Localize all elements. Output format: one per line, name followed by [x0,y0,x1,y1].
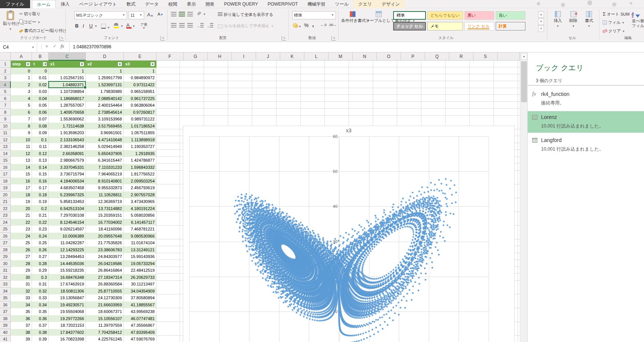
table-cell[interactable]: 32 [11,288,32,295]
align-bottom-button[interactable] [187,12,193,17]
table-cell[interactable]: 15.10556107 [86,315,124,322]
table-cell[interactable]: 17.67463919 [49,281,86,288]
table-cell[interactable]: 1.259917799 [86,74,124,81]
table-cell[interactable]: 0.01 [32,74,49,81]
row-header-8[interactable]: 8 [0,109,11,116]
table-cell[interactable]: 8 [11,123,32,130]
table-cell[interactable]: 0.14 [32,164,49,171]
format-as-table-button[interactable]: テーブルとして書式設定 ▼ [366,11,392,23]
fill-color-dropdown[interactable]: ▼ [120,25,123,28]
table-header-x1[interactable]: x1▼ [49,61,86,68]
row-header-30[interactable]: 30 [0,260,11,267]
scatter-chart[interactable]: x3 [183,126,515,342]
style-chip-check[interactable]: チェック セル [393,22,426,30]
table-cell[interactable]: 19.05733294 [124,260,156,267]
grow-font-button[interactable]: A▲ [147,12,153,17]
format-cells-button[interactable]: 書式▼ [582,11,596,28]
bold-button[interactable]: B [75,23,78,29]
table-cell[interactable]: 18.60067371 [86,308,124,315]
table-cell[interactable]: 0.22 [32,219,49,226]
table-cell[interactable]: 11.10528811 [86,191,124,199]
table-cell[interactable]: 16.70823398 [49,336,86,342]
table-cell[interactable]: 4 [11,95,32,102]
table-cell[interactable]: 16.77034002 [86,219,124,226]
table-cell[interactable]: 15.99143936 [124,253,156,260]
table-cell[interactable]: 1.057511855 [124,129,156,136]
table-cell[interactable]: 2.456793619 [124,184,156,191]
table-cell[interactable]: 29 [11,267,32,274]
column-header-H[interactable]: H [208,52,232,61]
style-chip-calc[interactable]: 計算 [496,22,525,30]
format-painter-button[interactable]: 書式のコピー/貼り付け [19,28,67,33]
table-cell[interactable]: 0.39 [32,336,49,342]
accounting-format-button[interactable]: ▼ [293,23,301,28]
table-cell[interactable]: 47.59076769 [124,336,156,342]
font-color-dropdown[interactable]: ▼ [132,25,135,28]
table-cell[interactable]: 0.09 [32,129,49,136]
table-cell[interactable]: 17.84377602 [49,329,86,336]
table-cell[interactable]: 30.11213497 [124,281,156,288]
row-header-23[interactable]: 23 [0,212,11,219]
number-format-select[interactable]: 標準▼ [292,11,336,19]
row-header-9[interactable]: 9 [0,116,11,123]
sort-filter-button[interactable]: AZ 並べ替えフィルター [632,12,644,28]
table-cell[interactable]: 1.79830989 [86,88,124,95]
table-cell[interactable]: 0.18 [32,191,49,199]
table-cell[interactable]: 0.984890972 [124,74,156,81]
ribbon-tab-数式[interactable]: 数式 [122,0,140,8]
row-header-14[interactable]: 14 [0,150,11,157]
column-header-K[interactable]: K [280,52,304,61]
style-chip-memo[interactable]: メモ [427,22,463,30]
table-cell[interactable]: 5.858133453 [49,198,86,205]
table-cell[interactable]: 0.27 [32,253,49,260]
table-cell[interactable]: 0.29 [32,267,49,274]
row-header-37[interactable]: 37 [0,308,11,315]
table-cell[interactable]: 15.20359151 [86,212,124,219]
font-color-button[interactable]: A [126,22,132,29]
table-cell[interactable]: 8.124546154 [49,219,86,226]
table-cell[interactable]: 0.24 [32,233,49,240]
filter-icon[interactable]: ▼ [26,62,30,67]
table-cell[interactable]: 1.72114638 [49,123,86,130]
table-cell[interactable]: 0.05 [32,102,49,109]
table-cell[interactable]: 2.66358091 [49,150,86,157]
table-cell[interactable]: 2 [11,81,32,88]
ribbon-tab-表示[interactable]: 表示 [182,0,201,8]
insert-function-icon[interactable]: fx [61,43,64,49]
table-cell[interactable]: 26.88360584 [86,281,124,288]
filter-icon[interactable]: ▼ [80,62,84,67]
style-chip-neutral[interactable]: どちらでもない [427,11,463,20]
alignment-dialog-launcher[interactable]: ↘ [282,36,286,41]
column-header-N[interactable]: N [353,52,377,61]
row-header-31[interactable]: 31 [0,267,11,274]
insert-cells-button[interactable]: 挿入▼ [551,11,565,28]
scroll-up-icon[interactable]: ▲ [521,53,527,60]
table-cell[interactable]: 23 [11,226,32,233]
table-cell[interactable]: 4.184006534 [49,178,86,185]
table-cell[interactable]: 1 [11,74,32,81]
table-cell[interactable]: 1 [124,68,156,75]
decrease-indent-button[interactable]: ← [197,23,204,28]
ribbon-tab-機械学習[interactable]: 機械学習 [302,0,330,8]
table-cell[interactable]: 0.28 [32,260,49,267]
table-cell[interactable]: 0.04 [32,95,49,102]
table-cell[interactable]: 1.012567191 [49,74,86,81]
row-header-38[interactable]: 38 [0,315,11,322]
row-header-24[interactable]: 24 [0,219,11,226]
table-cell[interactable]: 6 [11,109,32,116]
enter-icon[interactable]: ✓ [53,43,56,49]
column-header-F[interactable]: F [156,52,184,61]
table-cell[interactable]: 0.07 [32,116,49,123]
table-cell[interactable]: 33 [11,294,32,301]
ribbon-tab-校閲[interactable]: 校閲 [164,0,182,8]
table-cell[interactable]: 7.704258412 [86,329,124,336]
tab-file[interactable]: ファイル [0,0,30,8]
table-cell[interactable]: 0.1 [32,136,49,143]
table-cell[interactable]: 0.989731122 [124,116,156,123]
column-header-O[interactable]: O [377,52,401,61]
table-cell[interactable]: 2.980667579 [49,157,86,164]
row-header-3[interactable]: 3 [0,74,11,81]
table-cell[interactable]: 1.017186524 [124,123,156,130]
table-cell[interactable]: 0.3 [32,274,49,281]
column-header-G[interactable]: G [184,52,208,61]
